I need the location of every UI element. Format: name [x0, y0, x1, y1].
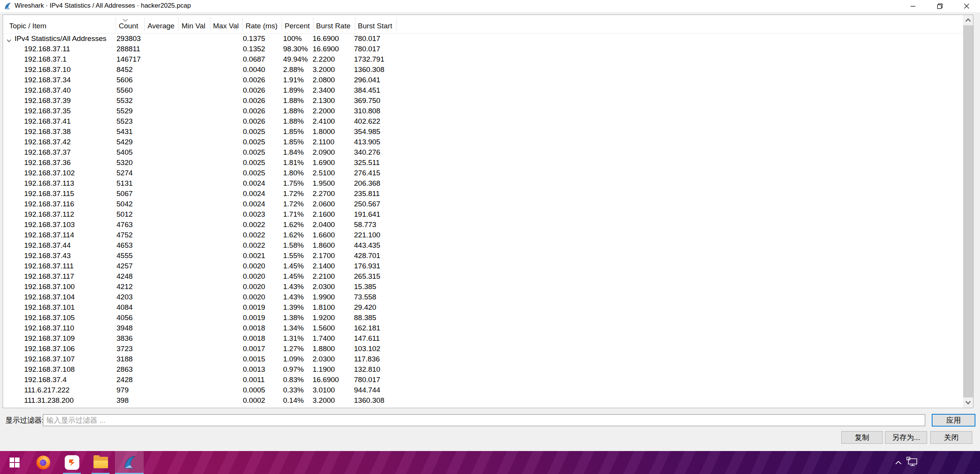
column-header-average[interactable]: Average	[147, 20, 174, 33]
cell-count: 5012	[116, 209, 133, 219]
cell-rate-ms: 0.0019	[243, 302, 265, 312]
cell-burst-start: 780.017	[354, 44, 380, 54]
remote-desktop-icon	[906, 456, 919, 467]
cell-burst-start: 780.017	[354, 33, 380, 44]
cell-rate-ms: 0.0024	[243, 178, 265, 188]
expander-chevron-down-icon[interactable]	[7, 37, 11, 44]
table-row[interactable]: 192.168.37.4345550.00211.55%2.1700428.70…	[3, 250, 963, 261]
table-row[interactable]: 192.168.37.4254290.00251.85%2.1100413.90…	[3, 137, 963, 147]
table-row[interactable]: 192.168.37.10938360.00181.31%1.7400147.6…	[3, 333, 963, 343]
column-header-percent[interactable]: Percent	[285, 20, 310, 33]
table-row[interactable]: 0.0.0.03740.00020.13%0.0800943.330	[3, 405, 963, 408]
taskbar-file-explorer-button[interactable]	[86, 451, 115, 474]
table-row[interactable]: 192.168.37.11742480.00201.45%2.2100265.3…	[3, 271, 963, 281]
cell-percent: 1.89%	[283, 85, 304, 95]
column-header-burst-rate[interactable]: Burst Rate	[316, 20, 351, 33]
cell-burst-start: 310.808	[354, 106, 380, 116]
cell-count: 4257	[116, 261, 133, 271]
table-row[interactable]: 192.168.37.10540560.00191.38%1.920088.38…	[3, 312, 963, 323]
table-row[interactable]: 192.168.37.11550670.00241.72%2.2700235.8…	[3, 188, 963, 199]
cell-rate-ms: 0.0018	[243, 323, 265, 333]
table-row[interactable]: 192.168.37.112888110.135298.30%16.690078…	[3, 44, 963, 54]
taskbar-wireshark-button[interactable]	[115, 451, 144, 474]
display-filter-input[interactable]	[43, 414, 925, 426]
cell-count: 4056	[116, 312, 133, 323]
close-dialog-button[interactable]: 关闭	[930, 431, 972, 444]
cell-burst-rate: 2.0600	[313, 199, 335, 209]
table-row[interactable]: 192.168.37.10442030.00201.43%1.990073.55…	[3, 292, 963, 302]
cell-count: 4653	[116, 240, 133, 250]
cell-topic: 192.168.37.11	[24, 44, 70, 54]
table-row[interactable]: 192.168.37.11467170.068749.94%2.22001732…	[3, 54, 963, 64]
table-row[interactable]: 192.168.37.3955320.00261.88%2.1300369.75…	[3, 95, 963, 106]
table-row[interactable]: 192.168.37.4446530.00221.58%1.8600443.43…	[3, 240, 963, 250]
scroll-up-button[interactable]	[963, 15, 973, 25]
cell-burst-start: 369.750	[354, 95, 380, 106]
table-row[interactable]: 192.168.37.4055600.00261.89%2.3400384.45…	[3, 85, 963, 95]
table-row[interactable]: 192.168.37.10347630.00221.62%2.040058.77…	[3, 219, 963, 230]
table-row[interactable]: 192.168.37.10140840.00191.39%1.810029.42…	[3, 302, 963, 312]
table-row[interactable]: 192.168.37.11447520.00221.62%1.6600221.1…	[3, 230, 963, 240]
taskbar-firefox-button[interactable]	[29, 451, 57, 474]
cell-burst-start: 117.836	[354, 354, 380, 364]
scroll-down-button[interactable]	[963, 397, 973, 408]
tray-remote-desktop-button[interactable]	[906, 456, 919, 469]
table-row[interactable]: 192.168.37.3555290.00261.88%2.2000310.80…	[3, 106, 963, 116]
cell-topic: 192.168.37.100	[24, 281, 75, 292]
cell-rate-ms: 0.0026	[243, 75, 265, 85]
tray-expand-button[interactable]	[895, 459, 902, 466]
cell-burst-rate: 2.1400	[313, 261, 335, 271]
table-row[interactable]: 192.168.37.3653200.00251.81%1.6900325.51…	[3, 157, 963, 168]
copy-button[interactable]: 复制	[841, 431, 883, 444]
table-row[interactable]: 111.31.238.2003980.00020.14%3.20001360.3…	[3, 395, 963, 405]
header-separator	[116, 17, 116, 31]
apply-button[interactable]: 应用	[932, 414, 975, 427]
table-row[interactable]: 192.168.37.3456060.00261.91%2.0800296.04…	[3, 75, 963, 85]
cell-percent: 1.55%	[283, 250, 304, 261]
table-row[interactable]: 192.168.37.424280.00110.83%16.6900780.01…	[3, 374, 963, 385]
table-row[interactable]: 192.168.37.4155230.00261.88%2.4100402.62…	[3, 116, 963, 126]
cell-topic: 192.168.37.103	[24, 219, 75, 230]
cell-rate-ms: 0.0025	[243, 137, 265, 147]
cell-percent: 1.45%	[283, 261, 304, 271]
table-row[interactable]: 192.168.37.11039480.00181.34%1.5600162.1…	[3, 323, 963, 333]
table-row[interactable]: 111.6.217.2229790.00050.33%3.0100944.744	[3, 385, 963, 395]
cell-burst-start: 354.985	[354, 126, 380, 137]
cell-rate-ms: 0.0018	[243, 333, 265, 343]
table-row[interactable]: 192.168.37.11351310.00241.75%1.9500206.3…	[3, 178, 963, 188]
close-button[interactable]	[953, 0, 980, 12]
table-row[interactable]: 192.168.37.10252740.00251.80%2.5100276.4…	[3, 168, 963, 178]
table-row[interactable]: 192.168.37.11650420.00241.72%2.0600250.5…	[3, 199, 963, 209]
cell-burst-rate: 1.6900	[313, 157, 335, 168]
cell-percent: 0.83%	[283, 374, 304, 385]
table-row[interactable]: 192.168.37.1084520.00402.88%3.20001360.3…	[3, 64, 963, 75]
table-row[interactable]: 192.168.37.11250120.00231.71%2.1600191.6…	[3, 209, 963, 219]
start-button[interactable]	[0, 451, 29, 474]
table-row[interactable]: 192.168.37.3754050.00251.84%2.0900340.27…	[3, 147, 963, 157]
save-as-button[interactable]: 另存为...	[885, 431, 927, 444]
table-row[interactable]: 192.168.37.10637230.00171.27%1.8800103.1…	[3, 343, 963, 354]
vertical-scrollbar[interactable]	[963, 15, 973, 408]
table-row[interactable]: 192.168.37.11142570.00201.45%2.1400176.9…	[3, 261, 963, 271]
column-header-topic-item[interactable]: Topic / Item	[9, 20, 46, 33]
table-row[interactable]: 192.168.37.10042120.00201.43%2.030015.38…	[3, 281, 963, 292]
minimize-button[interactable]	[900, 0, 926, 12]
cell-count: 5405	[116, 147, 133, 157]
cell-burst-start: 103.102	[354, 343, 380, 354]
column-header-rate-ms-[interactable]: Rate (ms)	[246, 20, 277, 33]
column-header-count[interactable]: Count	[119, 20, 138, 33]
cell-burst-rate: 2.0300	[313, 281, 335, 292]
table-row[interactable]: 192.168.37.10828630.00130.97%1.1900132.8…	[3, 364, 963, 374]
table-row[interactable]: 192.168.37.3854310.00251.85%1.8000354.98…	[3, 126, 963, 137]
table-row[interactable]: IPv4 Statistics/All Addresses2938030.137…	[3, 33, 963, 44]
cell-topic: 192.168.37.43	[24, 250, 71, 261]
column-header-max-val[interactable]: Max Val	[213, 20, 239, 33]
cell-rate-ms: 0.0022	[243, 240, 265, 250]
scrollbar-thumb[interactable]	[963, 25, 973, 397]
taskbar-orange-app-button[interactable]	[57, 451, 86, 474]
cell-count: 3948	[116, 323, 133, 333]
column-header-burst-start[interactable]: Burst Start	[358, 20, 392, 33]
restore-button[interactable]	[926, 0, 953, 12]
column-header-min-val[interactable]: Min Val	[182, 20, 205, 33]
table-row[interactable]: 192.168.37.10731880.00151.09%2.0300117.8…	[3, 354, 963, 364]
